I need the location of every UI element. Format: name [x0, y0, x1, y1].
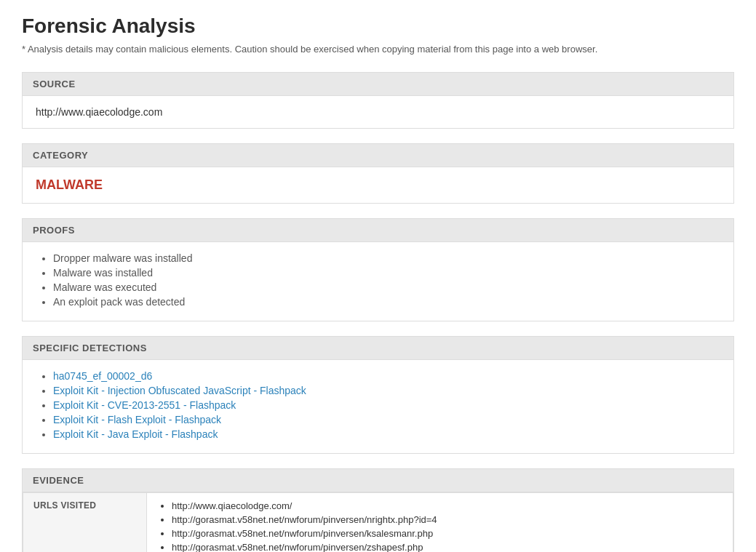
proof-item: Dropper malware was installed [53, 252, 720, 264]
evidence-table: URLS VISITEDhttp://www.qiaecolodge.com/h… [23, 492, 733, 552]
proofs-body: Dropper malware was installedMalware was… [23, 242, 733, 321]
evidence-section: EVIDENCE URLS VISITEDhttp://www.qiaecolo… [22, 468, 734, 552]
specific-detections-header: SPECIFIC DETECTIONS [23, 337, 733, 360]
category-header: CATEGORY [23, 144, 733, 167]
page-title: Forensic Analysis [22, 15, 734, 38]
source-body: http://www.qiaecolodge.com [23, 96, 733, 128]
detections-list: ha0745_ef_00002_d6Exploit Kit - Injectio… [36, 370, 720, 440]
detection-item: Exploit Kit - Injection Obfuscated JavaS… [53, 385, 720, 396]
source-header: SOURCE [23, 73, 733, 96]
detection-item: Exploit Kit - Java Exploit - Flashpack [53, 428, 720, 440]
evidence-row: URLS VISITEDhttp://www.qiaecolodge.com/h… [23, 493, 733, 553]
detection-item: Exploit Kit - Flash Exploit - Flashpack [53, 414, 720, 425]
detection-link[interactable]: Exploit Kit - Injection Obfuscated JavaS… [53, 385, 306, 396]
url-item: http://gorasmat.v58net.net/nwforum/pinve… [172, 528, 723, 539]
category-body: MALWARE [23, 167, 733, 203]
source-section: SOURCE http://www.qiaecolodge.com [22, 72, 734, 129]
category-section: CATEGORY MALWARE [22, 143, 734, 204]
warning-text: * Analysis details may contain malicious… [22, 44, 734, 55]
specific-detections-body: ha0745_ef_00002_d6Exploit Kit - Injectio… [23, 360, 733, 453]
category-label: MALWARE [36, 177, 103, 192]
detection-link[interactable]: Exploit Kit - Java Exploit - Flashpack [53, 428, 218, 440]
url-item: http://gorasmat.v58net.net/nwforum/pinve… [172, 542, 723, 552]
proofs-header: PROOFS [23, 219, 733, 242]
proofs-list: Dropper malware was installedMalware was… [36, 252, 720, 308]
proofs-section: PROOFS Dropper malware was installedMalw… [22, 218, 734, 321]
proof-item: Malware was executed [53, 281, 720, 293]
proof-item: Malware was installed [53, 267, 720, 279]
detection-item: Exploit Kit - CVE-2013-2551 - Flashpack [53, 399, 720, 411]
specific-detections-section: SPECIFIC DETECTIONS ha0745_ef_00002_d6Ex… [22, 336, 734, 454]
evidence-row-content: http://www.qiaecolodge.com/http://gorasm… [147, 493, 733, 553]
detection-link[interactable]: ha0745_ef_00002_d6 [53, 370, 152, 382]
detection-link[interactable]: Exploit Kit - Flash Exploit - Flashpack [53, 414, 221, 425]
source-url: http://www.qiaecolodge.com [36, 106, 162, 118]
url-list: http://www.qiaecolodge.com/http://gorasm… [157, 500, 723, 552]
url-item: http://www.qiaecolodge.com/ [172, 500, 723, 511]
evidence-row-label: URLS VISITED [23, 493, 147, 553]
evidence-header: EVIDENCE [23, 469, 733, 492]
url-item: http://gorasmat.v58net.net/nwforum/pinve… [172, 514, 723, 525]
proof-item: An exploit pack was detected [53, 296, 720, 308]
detection-link[interactable]: Exploit Kit - CVE-2013-2551 - Flashpack [53, 399, 236, 411]
detection-item: ha0745_ef_00002_d6 [53, 370, 720, 382]
